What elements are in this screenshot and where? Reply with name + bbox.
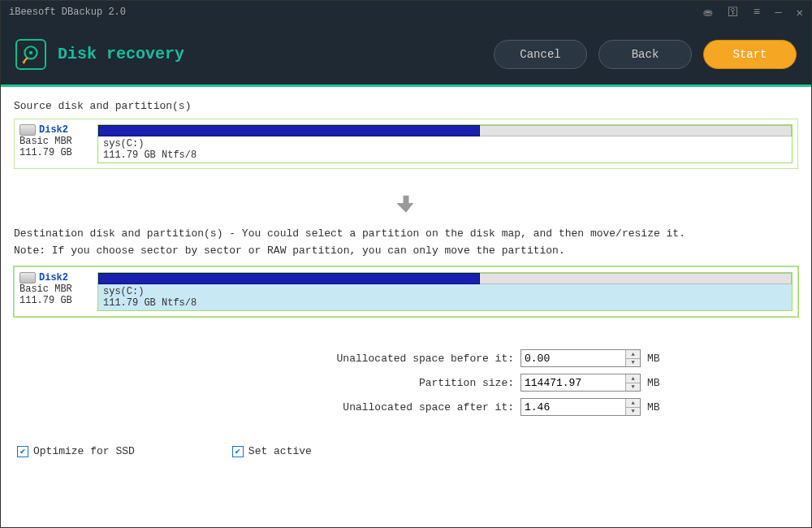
optimize-ssd-checkbox[interactable]: ✔ Optimize for SSD bbox=[17, 445, 135, 457]
destination-disk-map[interactable]: sys(C:) 111.79 GB Ntfs/8 bbox=[97, 272, 793, 311]
source-part-detail: 111.79 GB Ntfs/8 bbox=[103, 149, 787, 161]
spin-down-icon[interactable]: ▼ bbox=[626, 408, 640, 416]
source-disk-map[interactable]: sys(C:) 111.79 GB Ntfs/8 bbox=[97, 124, 793, 163]
after-label: Unallocated space after it: bbox=[140, 401, 514, 413]
minimize-icon[interactable]: — bbox=[775, 6, 781, 19]
destination-disk-type: Basic MBR bbox=[19, 283, 91, 295]
source-disk-size: 111.79 GB bbox=[19, 147, 91, 158]
before-spinner[interactable]: ▲▼ bbox=[520, 349, 641, 367]
source-disk-name: Disk2 bbox=[39, 124, 68, 136]
source-disk-block: Disk2 Basic MBR 111.79 GB sys(C:) 111.79… bbox=[14, 119, 798, 169]
source-disk-type: Basic MBR bbox=[19, 136, 91, 147]
destination-disk-size: 111.79 GB bbox=[19, 295, 91, 306]
set-active-label: Set active bbox=[248, 445, 312, 457]
unit-label: MB bbox=[647, 377, 672, 389]
source-partition-bar bbox=[98, 125, 792, 136]
source-disk-info: Disk2 Basic MBR 111.79 GB bbox=[19, 124, 91, 163]
spin-up-icon[interactable]: ▲ bbox=[626, 350, 640, 359]
spin-down-icon[interactable]: ▼ bbox=[626, 383, 640, 392]
size-spinner[interactable]: ▲▼ bbox=[520, 374, 641, 392]
spin-down-icon[interactable]: ▼ bbox=[626, 359, 640, 367]
recovery-icon bbox=[15, 39, 46, 70]
destination-disk-info: Disk2 Basic MBR 111.79 GB bbox=[19, 272, 91, 311]
page-title: Disk recovery bbox=[58, 45, 482, 63]
size-label: Partition size: bbox=[140, 377, 514, 389]
before-input[interactable] bbox=[521, 350, 625, 366]
source-part-label: sys(C:) bbox=[103, 138, 787, 149]
arrow-down-icon bbox=[14, 192, 798, 218]
source-label: Source disk and partition(s) bbox=[14, 100, 798, 112]
checkbox-checked-icon: ✔ bbox=[17, 446, 28, 457]
menu-icon[interactable]: ≡ bbox=[754, 6, 760, 19]
unit-label: MB bbox=[647, 353, 672, 365]
spin-up-icon[interactable]: ▲ bbox=[626, 374, 640, 383]
unit-label: MB bbox=[647, 401, 672, 413]
destination-disk-block: Disk2 Basic MBR 111.79 GB sys(C:) 111.79… bbox=[14, 266, 798, 317]
back-button[interactable]: Back bbox=[598, 40, 692, 69]
used-space-bar bbox=[98, 125, 480, 136]
cancel-button[interactable]: Cancel bbox=[494, 40, 587, 69]
optimize-ssd-label: Optimize for SSD bbox=[33, 445, 135, 457]
key-icon[interactable]: ⚿ bbox=[728, 6, 739, 19]
titlebar: iBeesoft DBackup 2.0 ⛂ ⚿ ≡ — ✕ bbox=[1, 1, 811, 24]
free-space-bar bbox=[480, 125, 792, 136]
set-active-checkbox[interactable]: ✔ Set active bbox=[232, 445, 312, 457]
size-input[interactable] bbox=[521, 374, 625, 391]
destination-disk-name: Disk2 bbox=[39, 272, 68, 283]
svg-point-1 bbox=[29, 50, 32, 54]
destination-part-detail: 111.79 GB Ntfs/8 bbox=[103, 297, 787, 309]
destination-partition-bar[interactable] bbox=[98, 273, 792, 284]
checkbox-checked-icon: ✔ bbox=[232, 446, 244, 457]
close-icon[interactable]: ✕ bbox=[797, 6, 803, 19]
hdd-icon bbox=[19, 272, 36, 283]
cart-icon[interactable]: ⛂ bbox=[703, 6, 713, 19]
destination-part-label: sys(C:) bbox=[103, 286, 787, 297]
after-input[interactable] bbox=[521, 399, 625, 415]
start-button[interactable]: Start bbox=[703, 40, 797, 69]
destination-note: Note: If you choose sector by sector or … bbox=[14, 245, 798, 257]
before-label: Unallocated space before it: bbox=[140, 353, 514, 365]
header: Disk recovery Cancel Back Start bbox=[1, 24, 811, 84]
destination-label: Destination disk and partition(s) - You … bbox=[14, 227, 798, 240]
after-spinner[interactable]: ▲▼ bbox=[520, 398, 641, 416]
hdd-icon bbox=[19, 124, 36, 136]
app-title: iBeesoft DBackup 2.0 bbox=[9, 6, 703, 18]
spin-up-icon[interactable]: ▲ bbox=[626, 399, 640, 408]
free-space-bar bbox=[480, 273, 792, 284]
used-space-bar bbox=[98, 273, 480, 284]
